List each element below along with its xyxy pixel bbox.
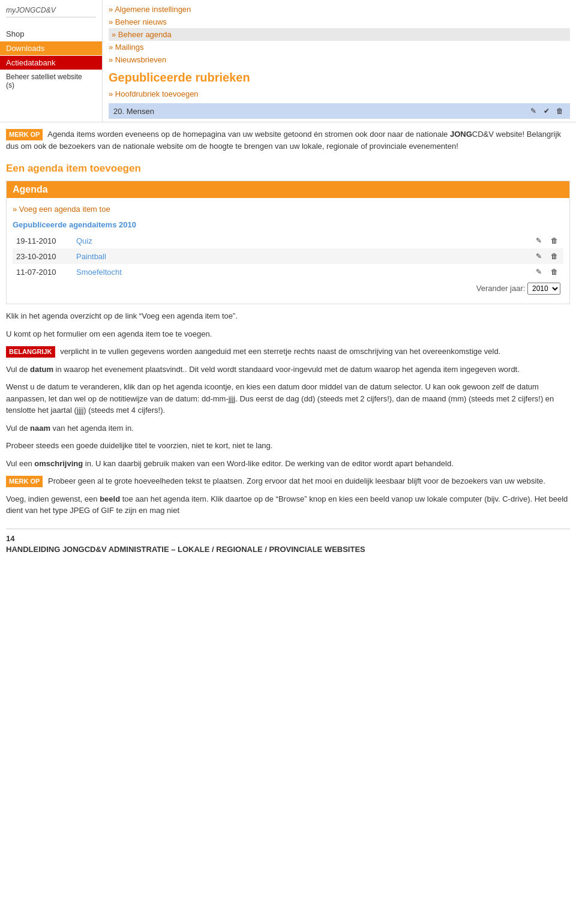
datum-bold: datum bbox=[30, 365, 53, 374]
agenda-date-3: 11-07-2010 bbox=[13, 264, 73, 280]
agenda-icons-1: ✎ 🗑 bbox=[527, 233, 563, 248]
agenda-name-3[interactable]: Smoefeltocht bbox=[73, 264, 527, 280]
edit-agenda-1-icon[interactable]: ✎ bbox=[533, 235, 544, 246]
belangrijk-badge: BELANGRIJK bbox=[6, 346, 55, 358]
omschrijving-bold: omschrijving bbox=[34, 459, 83, 468]
logo-text: myJONGCD&V bbox=[6, 6, 96, 17]
agenda-icons-2: ✎ 🗑 bbox=[527, 248, 563, 264]
delete-agenda-2-icon[interactable]: 🗑 bbox=[549, 251, 560, 262]
admin-menu-agenda[interactable]: Beheer agenda bbox=[109, 28, 570, 41]
jongcdv-bold: JONG bbox=[450, 130, 472, 139]
admin-menu-nieuwsbrieven[interactable]: Nieuwsbrieven bbox=[109, 53, 570, 66]
main-content: MERK OP Agenda items worden eveneens op … bbox=[0, 128, 576, 554]
section-heading-agenda: Een agenda item toevoegen bbox=[6, 163, 570, 175]
agenda-icons-3: ✎ 🗑 bbox=[527, 264, 563, 280]
sidebar: myJONGCD&V Shop Downloads Actiedatabank … bbox=[0, 0, 102, 122]
footer-section: 14 HANDLEIDING JONGCD&V ADMINISTRATIE – … bbox=[6, 529, 570, 554]
check-rubriek-icon[interactable]: ✔ bbox=[541, 106, 552, 116]
delete-rubriek-icon[interactable]: 🗑 bbox=[554, 106, 565, 116]
merk-op-badge-2: MERK OP bbox=[6, 476, 43, 487]
agenda-name-1: Quiz bbox=[73, 233, 527, 248]
year-label: Verander jaar: bbox=[476, 284, 526, 293]
sidebar-item-beheer[interactable]: Beheer satelliet website(s) bbox=[0, 70, 102, 92]
year-row: Verander jaar: 2010 2011 2009 bbox=[13, 280, 563, 298]
admin-panel: Algemene instellingen Beheer nieuws Behe… bbox=[102, 0, 576, 122]
agenda-name-2[interactable]: Paintball bbox=[73, 248, 527, 264]
rubrieken-title: Gepubliceerde rubrieken bbox=[109, 66, 570, 88]
instruction-6-naam: Vul de naam van het agenda item in. bbox=[6, 422, 570, 434]
instruction-7-titel: Probeer steeds een goede duidelijke tite… bbox=[6, 440, 570, 452]
sidebar-item-actiedatabank[interactable]: Actiedatabank bbox=[0, 56, 102, 70]
instruction-2: U komt op het formulier om een agenda it… bbox=[6, 328, 570, 340]
sidebar-item-downloads[interactable]: Downloads bbox=[0, 41, 102, 55]
logo-area: myJONGCD&V bbox=[0, 3, 102, 27]
page-number: 14 bbox=[6, 534, 570, 543]
gepubliceerde-agendaitems-title: Gepubliceerde agendaitems 2010 bbox=[13, 220, 563, 229]
agenda-date-1: 19-11-2010 bbox=[13, 233, 73, 248]
published-rubriek-text: 20. Mensen bbox=[113, 107, 526, 116]
instruction-4-datum: Vul de datum in waarop het evenement pla… bbox=[6, 364, 570, 376]
instruction-1: Klik in het agenda overzicht op de link … bbox=[6, 310, 570, 322]
instruction-8-omschrijving: Vul een omschrijving in. U kan daarbij g… bbox=[6, 458, 570, 470]
table-row: 11-07-2010 Smoefeltocht ✎ 🗑 bbox=[13, 264, 563, 280]
agenda-box-title: Agenda bbox=[7, 181, 569, 198]
edit-agenda-3-icon[interactable]: ✎ bbox=[533, 266, 544, 277]
edit-agenda-2-icon[interactable]: ✎ bbox=[533, 251, 544, 262]
edit-rubriek-icon[interactable]: ✎ bbox=[528, 106, 539, 116]
delete-agenda-1-icon[interactable]: 🗑 bbox=[549, 235, 560, 246]
naam-bold: naam bbox=[30, 424, 50, 433]
add-hoofdrubriek-link[interactable]: Hoofdrubriek toevoegen bbox=[109, 88, 570, 100]
sidebar-nav: Shop Downloads Actiedatabank Beheer sate… bbox=[0, 27, 102, 92]
agenda-add-link[interactable]: Voeg een agenda item toe bbox=[13, 203, 563, 215]
notice1-text1: Agenda items worden eveneens op de homep… bbox=[6, 130, 561, 151]
beeld-bold: beeld bbox=[100, 494, 120, 503]
admin-menu-mailings[interactable]: Mailings bbox=[109, 41, 570, 53]
admin-menu-algemene[interactable]: Algemene instellingen bbox=[109, 3, 570, 16]
agenda-table: 19-11-2010 Quiz ✎ 🗑 23-10-2010 Paintball… bbox=[13, 233, 563, 280]
footer-title: HANDLEIDING JONGCD&V ADMINISTRATIE – LOK… bbox=[6, 545, 570, 554]
merk-op-badge-1: MERK OP bbox=[6, 129, 43, 140]
table-row: 23-10-2010 Paintball ✎ 🗑 bbox=[13, 248, 563, 264]
published-rubriek-item: 20. Mensen ✎ ✔ 🗑 bbox=[109, 103, 570, 119]
delete-agenda-3-icon[interactable]: 🗑 bbox=[549, 266, 560, 277]
instruction-3-belangrijk: BELANGRIJK verplicht in te vullen gegeve… bbox=[6, 346, 570, 358]
notice1-para: MERK OP Agenda items worden eveneens op … bbox=[6, 128, 570, 152]
year-select[interactable]: 2010 2011 2009 bbox=[527, 283, 560, 295]
sidebar-item-shop[interactable]: Shop bbox=[0, 27, 102, 41]
instruction-5-datum-detail: Wenst u de datum te veranderen, klik dan… bbox=[6, 381, 570, 416]
agenda-box: Agenda Voeg een agenda item toe Gepublic… bbox=[6, 181, 570, 304]
instruction-9-merk-op: MERK OP Probeer geen al te grote hoeveel… bbox=[6, 475, 570, 487]
instruction-10-beeld: Voeg, indien gewenst, een beeld toe aan … bbox=[6, 493, 570, 517]
table-row: 19-11-2010 Quiz ✎ 🗑 bbox=[13, 233, 563, 248]
agenda-date-2: 23-10-2010 bbox=[13, 248, 73, 264]
admin-menu-nieuws[interactable]: Beheer nieuws bbox=[109, 16, 570, 28]
